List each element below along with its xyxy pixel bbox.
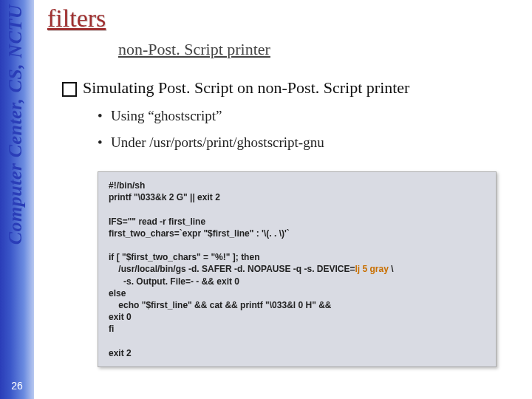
sidebar-org-text: Computer Center, CS, NCTU: [4, 4, 27, 245]
code-line: \: [389, 264, 394, 274]
code-line: #!/bin/sh: [109, 180, 145, 191]
code-line: /usr/local/bin/gs -d. SAFER -d. NOPAUSE …: [109, 264, 355, 274]
bullet-main: Simulating Post. Script on non-Post. Scr…: [62, 78, 508, 98]
code-line: first_two_chars=`expr "$first_line" : '\…: [109, 228, 290, 239]
code-line: else: [109, 288, 126, 299]
code-line: if [ "$first_two_chars" = "%!" ]; then: [109, 252, 259, 262]
bullet-sub-2: Under /usr/ports/print/ghostscript-gnu: [98, 134, 508, 151]
bullet-block: Simulating Post. Script on non-Post. Scr…: [62, 78, 508, 151]
page-number: 26: [0, 380, 34, 392]
code-highlight: lj 5 gray: [355, 264, 389, 274]
code-line: echo "$first_line" && cat && printf "\03…: [109, 300, 332, 310]
code-line: fi: [109, 324, 114, 334]
code-line: exit 0: [109, 312, 132, 322]
code-line: exit 2: [109, 348, 132, 358]
code-line: -s. Output. File=- - && exit 0: [109, 276, 239, 287]
code-block: #!/bin/sh printf "\033&k 2 G" || exit 2 …: [98, 171, 497, 367]
slide-title: filters: [47, 4, 508, 33]
bullet-sub-1: Using “ghostscript”: [98, 108, 508, 124]
slide-content: filters non-Post. Script printer Simulat…: [47, 0, 520, 367]
code-line: printf "\033&k 2 G" || exit 2: [109, 192, 220, 202]
slide-subtitle: non-Post. Script printer: [118, 40, 508, 59]
code-line: IFS="" read -r first_line: [109, 216, 205, 227]
